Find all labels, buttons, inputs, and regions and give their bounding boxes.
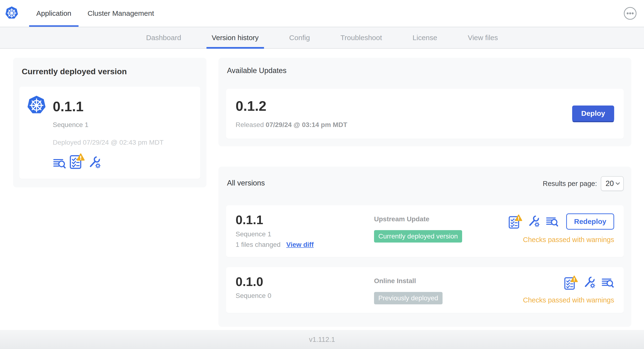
checks-status-text: Checks passed with warnings <box>523 236 614 244</box>
released-prefix: Released <box>236 121 264 128</box>
header-tab-application-label: Application <box>36 9 71 18</box>
preflight-checks-warning-icon[interactable] <box>70 153 85 169</box>
update-version-number: 0.1.2 <box>236 98 347 114</box>
preflight-checks-warning-icon[interactable] <box>564 275 578 290</box>
deploy-button[interactable]: Deploy <box>572 106 614 121</box>
release-notes-icon[interactable] <box>53 157 66 169</box>
row-source: Upstream Update <box>374 215 508 223</box>
chevron-down-icon <box>616 182 620 185</box>
header-tab-cluster-management[interactable]: Cluster Management <box>80 0 162 27</box>
all-versions-title: All versions <box>227 179 265 188</box>
row-version-number: 0.1.1 <box>236 214 374 226</box>
console-version: v1.112.1 <box>309 336 335 344</box>
kubernetes-app-icon <box>26 95 46 117</box>
preflight-checks-warning-icon[interactable] <box>508 214 522 229</box>
deployed-version-card: 0.1.1 Sequence 1 Deployed 07/29/24 @ 02:… <box>19 87 200 179</box>
all-versions-card: All versions Results per page: 20 0.1.1 … <box>218 166 631 327</box>
deployed-sequence: Sequence 1 <box>53 121 193 129</box>
header-tab-application[interactable]: Application <box>28 0 80 27</box>
edit-config-icon[interactable] <box>528 215 540 228</box>
row-sequence: Sequence 1 <box>236 230 374 238</box>
status-badge-currently-deployed: Currently deployed version <box>374 230 462 242</box>
header-tabs: Application Cluster Management <box>28 0 162 27</box>
version-row-0-1-1: 0.1.1 Sequence 1 1 files changed View di… <box>226 205 624 257</box>
tab-dashboard-label: Dashboard <box>146 34 181 42</box>
available-updates-title: Available Updates <box>227 66 624 75</box>
tab-license-label: License <box>412 34 437 42</box>
release-notes-icon[interactable] <box>546 216 558 227</box>
released-date: 07/29/24 @ 03:14 pm MDT <box>266 121 347 128</box>
ellipsis-menu-icon[interactable] <box>624 7 637 20</box>
results-per-page-value: 20 <box>606 179 614 188</box>
release-notes-icon[interactable] <box>601 277 614 288</box>
deployed-timestamp: Deployed 07/29/24 @ 02:43 pm MDT <box>53 139 193 146</box>
update-row: 0.1.2 Released 07/29/24 @ 03:14 pm MDT D… <box>226 89 624 139</box>
tab-version-history-label: Version history <box>212 34 259 42</box>
checks-status-text: Checks passed with warnings <box>523 296 614 304</box>
app-subnav: Dashboard Version history Config Trouble… <box>0 27 644 49</box>
row-source: Online Install <box>374 277 523 285</box>
tab-config[interactable]: Config <box>274 27 325 48</box>
edit-config-icon[interactable] <box>88 156 102 169</box>
status-badge-previously-deployed: Previously deployed <box>374 292 442 304</box>
tab-troubleshoot-label: Troubleshoot <box>340 34 382 42</box>
version-row-0-1-0: 0.1.0 Sequence 0 Online Install Previous… <box>226 267 624 313</box>
view-diff-link[interactable]: View diff <box>286 241 314 248</box>
kubernetes-logo-icon <box>5 6 18 21</box>
currently-deployed-card: Currently deployed version <box>13 58 206 188</box>
tab-license[interactable]: License <box>397 27 452 48</box>
deployed-version-number: 0.1.1 <box>53 98 84 114</box>
tab-dashboard[interactable]: Dashboard <box>131 27 196 48</box>
results-per-page-label: Results per page: <box>543 180 597 188</box>
redeploy-button[interactable]: Redeploy <box>566 214 614 230</box>
tab-version-history[interactable]: Version history <box>196 27 274 48</box>
tab-view-files-label: View files <box>468 34 498 42</box>
tab-view-files[interactable]: View files <box>452 27 513 48</box>
row-sequence: Sequence 0 <box>236 292 374 300</box>
update-released-line: Released 07/29/24 @ 03:14 pm MDT <box>236 121 347 129</box>
tab-troubleshoot[interactable]: Troubleshoot <box>325 27 397 48</box>
currently-deployed-title: Currently deployed version <box>22 67 200 76</box>
results-per-page-select[interactable]: 20 <box>601 176 624 191</box>
right-column: Available Updates 0.1.2 Released 07/29/2… <box>218 58 631 327</box>
edit-config-icon[interactable] <box>583 276 596 289</box>
row-files-changed: 1 files changed <box>236 241 280 248</box>
tab-config-label: Config <box>289 34 310 42</box>
app-header: Application Cluster Management <box>0 0 644 27</box>
app-footer: v1.112.1 <box>0 330 644 349</box>
main-content: Currently deployed version <box>0 49 644 327</box>
available-updates-card: Available Updates 0.1.2 Released 07/29/2… <box>218 58 631 146</box>
row-version-number: 0.1.0 <box>236 275 374 288</box>
header-tab-cluster-management-label: Cluster Management <box>88 9 154 18</box>
